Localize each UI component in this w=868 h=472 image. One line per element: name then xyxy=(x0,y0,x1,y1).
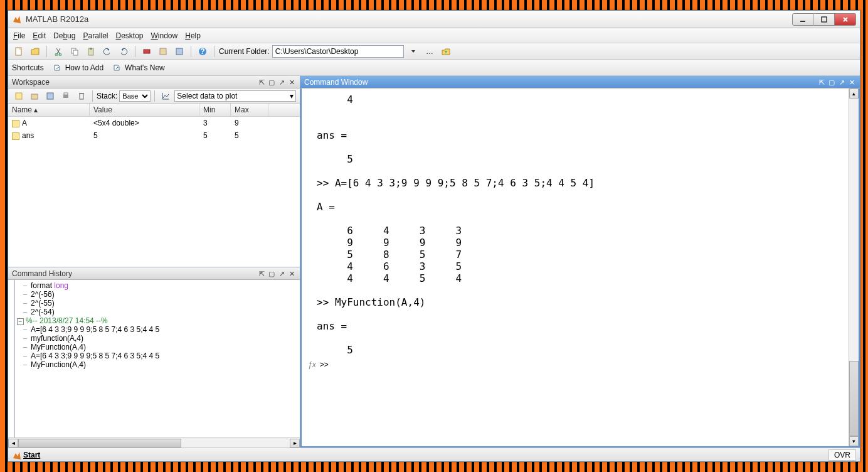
undo-icon[interactable] xyxy=(100,45,114,58)
menu-parallel[interactable]: Parallel xyxy=(83,31,108,40)
history-dock-icon[interactable]: ⇱ xyxy=(257,269,266,278)
workspace-header: Workspace ⇱ ▢ ↗ ✕ xyxy=(8,76,300,88)
minimize-button[interactable] xyxy=(792,13,813,26)
history-line[interactable]: 2^(-56) xyxy=(17,290,300,299)
menu-help[interactable]: Help xyxy=(185,31,201,40)
cmd-v-scrollbar[interactable]: ▴ ▾ xyxy=(849,88,859,446)
paste-icon[interactable] xyxy=(84,45,98,58)
history-line[interactable]: 2^(-55) xyxy=(17,299,300,308)
ovr-indicator: OVR xyxy=(828,449,856,461)
scroll-down-icon[interactable]: ▾ xyxy=(849,436,859,446)
plot-select[interactable]: Select data to plot ▾ xyxy=(174,90,296,102)
new-var-icon[interactable] xyxy=(12,89,26,103)
menu-desktop[interactable]: Desktop xyxy=(115,31,143,40)
close-button[interactable] xyxy=(835,13,856,26)
col-max[interactable]: Max xyxy=(231,104,268,116)
svg-rect-20 xyxy=(80,94,83,99)
command-window-title: Command Window xyxy=(304,78,816,87)
scroll-track[interactable] xyxy=(18,439,290,448)
stack-select[interactable]: Base xyxy=(119,90,151,102)
start-button[interactable]: Start xyxy=(12,451,40,459)
shortcuts-bar: Shortcuts How to Add What's New xyxy=(8,60,860,76)
window-title: MATLAB R2012a xyxy=(26,14,792,24)
workspace-row[interactable]: ans 5 5 5 xyxy=(8,129,300,142)
history-line[interactable]: A=[6 4 3 3;9 9 9 9;5 8 5 7;4 6 3 5;4 4 5 xyxy=(17,325,300,334)
cmd-undock-icon[interactable]: ↗ xyxy=(837,78,846,87)
maximize-button[interactable] xyxy=(813,13,835,26)
history-line[interactable]: A=[6 4 3 3;9 9 9 9;5 8 5 7;4 6 3 5;4 4 5 xyxy=(17,351,300,360)
history-close-icon[interactable]: ✕ xyxy=(287,269,296,278)
profiler-icon[interactable] xyxy=(172,45,186,58)
whats-new-icon xyxy=(113,64,120,72)
browse-folder-icon[interactable]: … xyxy=(423,45,437,58)
workspace-close-icon[interactable]: ✕ xyxy=(287,78,296,87)
col-name[interactable]: Name ▴ xyxy=(8,104,90,116)
history-line[interactable]: myfunction(A,4) xyxy=(17,334,300,343)
cmd-min-icon[interactable]: ▢ xyxy=(827,78,836,87)
history-min-icon[interactable]: ▢ xyxy=(267,269,276,278)
cmd-dock-icon[interactable]: ⇱ xyxy=(817,78,826,87)
chevron-down-icon: ▾ xyxy=(290,92,294,100)
current-folder-input[interactable] xyxy=(272,45,404,58)
svg-rect-8 xyxy=(90,48,92,50)
stack-label: Stack: xyxy=(97,92,117,100)
simulink-icon[interactable] xyxy=(140,45,154,58)
new-file-icon[interactable] xyxy=(12,45,26,58)
scroll-up-icon[interactable]: ▴ xyxy=(849,88,859,99)
scroll-thumb[interactable] xyxy=(849,361,859,436)
redo-icon[interactable] xyxy=(117,45,130,58)
command-input[interactable] xyxy=(332,358,850,370)
scroll-left-icon[interactable]: ◂ xyxy=(8,439,18,448)
svg-rect-6 xyxy=(73,50,78,55)
folder-dropdown-icon[interactable] xyxy=(406,45,420,58)
sort-asc-icon: ▴ xyxy=(34,105,38,114)
whats-new-link[interactable]: What's New xyxy=(125,63,165,72)
how-to-add-link[interactable]: How to Add xyxy=(65,63,103,72)
save-ws-icon[interactable] xyxy=(43,89,57,103)
cmd-close-icon[interactable]: ✕ xyxy=(847,78,856,87)
history-body[interactable]: format long 2^(-56) 2^(-55) 2^(-54) −%--… xyxy=(8,280,300,437)
history-line[interactable]: MyFunction(A,4) xyxy=(17,360,300,369)
menu-debug[interactable]: Debug xyxy=(53,31,75,40)
history-h-scrollbar[interactable]: ◂ ▸ xyxy=(8,437,300,448)
svg-rect-11 xyxy=(176,48,183,55)
scroll-track[interactable] xyxy=(849,99,859,436)
command-window-body[interactable]: 4 ans = 5 >> A=[6 4 3 3;9 9 9 9;5 8 5 7;… xyxy=(300,88,860,448)
history-line[interactable]: format long xyxy=(17,281,300,290)
history-line[interactable]: 2^(-54) xyxy=(17,308,300,316)
menu-file[interactable]: File xyxy=(13,31,25,40)
how-to-add-icon xyxy=(53,64,61,72)
history-undock-icon[interactable]: ↗ xyxy=(277,269,286,278)
workspace-min-icon[interactable]: ▢ xyxy=(267,78,276,87)
collapse-icon[interactable]: − xyxy=(17,318,24,325)
parent-folder-icon[interactable] xyxy=(439,45,453,58)
open-file-icon[interactable] xyxy=(28,45,42,58)
delete-icon[interactable] xyxy=(75,89,88,103)
workspace-undock-icon[interactable]: ↗ xyxy=(277,78,286,87)
history-session[interactable]: −%-- 2013/8/27 14:54 --% xyxy=(17,316,300,325)
import-icon[interactable] xyxy=(28,89,41,103)
col-min[interactable]: Min xyxy=(199,104,231,116)
history-header: Command History ⇱ ▢ ↗ ✕ xyxy=(8,267,300,280)
statusbar: Start OVR xyxy=(8,448,860,461)
fx-icon[interactable]: ƒx xyxy=(308,360,316,369)
print-icon[interactable] xyxy=(59,89,73,103)
history-line[interactable]: MyFunction(A,4) xyxy=(17,343,300,351)
svg-rect-15 xyxy=(16,93,22,99)
scroll-right-icon[interactable]: ▸ xyxy=(290,439,300,448)
copy-icon[interactable] xyxy=(68,45,82,58)
col-value[interactable]: Value xyxy=(90,104,199,116)
workspace-toolbar: Stack: Base Select data to plot ▾ xyxy=(8,88,300,104)
cut-icon[interactable] xyxy=(51,45,65,58)
workspace-title: Workspace xyxy=(12,78,256,87)
workspace-row[interactable]: A <5x4 double> 3 9 xyxy=(8,117,300,129)
plot-icon[interactable] xyxy=(159,89,172,103)
workspace-dock-icon[interactable]: ⇱ xyxy=(257,78,266,87)
scroll-thumb[interactable] xyxy=(18,439,181,448)
workspace-table-header: Name ▴ Value Min Max xyxy=(8,104,300,117)
guide-icon[interactable] xyxy=(156,45,170,58)
menu-edit[interactable]: Edit xyxy=(33,31,46,40)
menu-window[interactable]: Window xyxy=(151,31,178,40)
menubar: File Edit Debug Parallel Desktop Window … xyxy=(8,28,860,43)
help-icon[interactable]: ? xyxy=(196,45,209,58)
